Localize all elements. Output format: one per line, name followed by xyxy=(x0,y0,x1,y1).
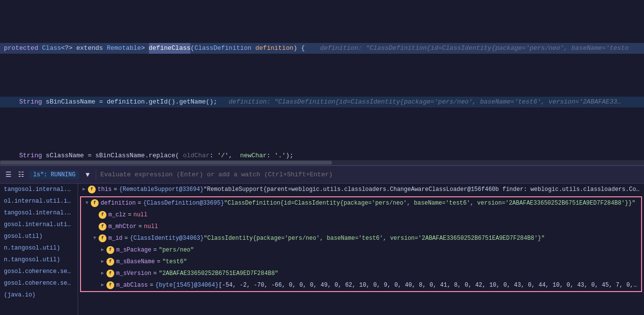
code-text: sClassName = sBinClassName.replace( xyxy=(42,150,183,161)
stack-panel: tangosol.internal.util.invo ol.internal.… xyxy=(0,184,78,315)
var-equals-mabclass: = xyxy=(150,280,153,290)
type-remotable: Remotable xyxy=(107,43,141,54)
var-icon-mmhctor: f xyxy=(99,223,106,231)
debugger-panel: ☰ ☷ ls": RUNNING ▼ tangosol.internal.uti… xyxy=(0,166,644,315)
code-line-1: protected Class <?> extends Remotable > … xyxy=(0,43,644,54)
var-row-mclz[interactable]: f m_clz = null xyxy=(81,209,641,221)
var-value-mid: "ClassIdentity{package='pers/neo', baseN… xyxy=(204,233,545,243)
expand-this[interactable]: ▶ xyxy=(80,186,88,193)
stack-item-3[interactable]: gosol.internal.util.in xyxy=(0,219,78,231)
code-text xyxy=(251,43,255,54)
var-row-this[interactable]: ▶ f this = {RemotableSupport@33694} "Rem… xyxy=(78,184,644,195)
var-equals-mspackage: = xyxy=(153,245,157,255)
var-value-mspackage: "pers/neo" xyxy=(159,245,194,255)
param-definition: definition xyxy=(255,43,293,54)
param-oldchar: oldChar xyxy=(183,150,210,161)
var-equals-mmhctor: = xyxy=(139,222,142,231)
expand-mspackage[interactable]: ▶ xyxy=(99,246,106,254)
code-text: sBinClassName = definition.getId().getNa… xyxy=(42,97,217,107)
var-name-msbasename: m_sBaseName xyxy=(116,257,155,267)
filter-icon[interactable]: ▼ xyxy=(83,170,92,179)
keyword-protected: protected xyxy=(4,43,38,54)
code-indent xyxy=(4,150,19,161)
toolbar-separator xyxy=(96,170,96,180)
stack-item-4[interactable]: gosol.util) xyxy=(0,231,78,242)
expand-mid[interactable]: ▼ xyxy=(91,234,99,242)
eval-input[interactable] xyxy=(100,171,640,178)
stack-item-5[interactable]: n.tangosol.util) xyxy=(0,242,78,254)
code-editor: protected Class <?> extends Remotable > … xyxy=(0,0,644,166)
stack-item-1[interactable]: ol.internal.util.invoke) xyxy=(0,195,78,207)
var-name-definition: definition xyxy=(101,198,136,208)
var-row-mspackage[interactable]: ▶ f m_sPackage = "pers/neo" xyxy=(81,244,641,256)
horizontal-scrollbar[interactable] xyxy=(0,160,644,165)
var-icon-msbasename: f xyxy=(106,258,114,266)
var-icon-msversion: f xyxy=(106,270,114,277)
keyword-string-2: String xyxy=(19,150,42,161)
stack-item-7[interactable]: gosol.coherence.servle xyxy=(0,266,78,277)
code-text: <?> extends xyxy=(61,43,107,54)
running-badge: ls": RUNNING xyxy=(29,170,79,179)
stack-item-0[interactable]: tangosol.internal.util.invo xyxy=(0,184,78,195)
var-row-msversion[interactable]: ▶ f m_sVersion = "2ABAFAE33650252B6751EA… xyxy=(81,268,641,279)
code-text xyxy=(38,43,42,54)
expand-msbasename[interactable]: ▶ xyxy=(99,258,106,266)
stack-item-6[interactable]: n.tangosol.util) xyxy=(0,254,78,266)
var-icon-mid: f xyxy=(99,234,106,242)
var-equals-msversion: = xyxy=(153,269,157,278)
keyword-string-1: String xyxy=(19,97,42,107)
code-text: > xyxy=(141,43,149,54)
expand-mclz xyxy=(91,211,99,219)
var-value-mabclass: [-54, -2, -70, -66, 0, 0, 0, 49, 0, 62, … xyxy=(219,280,639,290)
var-value-this: "RemotableSupport{parent=weblogic.utils.… xyxy=(204,185,642,194)
var-name-mid: m_id xyxy=(108,233,123,243)
expand-msversion[interactable]: ▶ xyxy=(99,270,106,277)
code-text: ); xyxy=(286,150,293,161)
var-name-this: this xyxy=(98,185,112,194)
var-row-mabclass[interactable]: ▶ f m_abClass = {byte[1545]@34064} [-54,… xyxy=(81,279,641,291)
var-name-mmhctor: m_mhCtor xyxy=(108,222,137,231)
var-icon-this: f xyxy=(88,186,96,193)
var-name-mspackage: m_sPackage xyxy=(116,245,151,255)
var-name-mabclass: m_abClass xyxy=(116,280,148,290)
var-row-msbasename[interactable]: ▶ f m_sBaseName = "test6" xyxy=(81,256,641,268)
columns-icon[interactable]: ☷ xyxy=(17,170,25,179)
var-value-mmhctor: null xyxy=(144,222,158,231)
frames-icon[interactable]: ☰ xyxy=(4,170,13,179)
stack-item-9[interactable]: (java.io) xyxy=(0,289,78,301)
variables-panel: ▶ f this = {RemotableSupport@33694} "Rem… xyxy=(78,184,644,315)
var-row-mid[interactable]: ▼ f m_id = {ClassIdentity@34063} "ClassI… xyxy=(81,232,641,244)
code-text: : xyxy=(209,150,217,161)
var-ref-mid: {ClassIdentity@34063} xyxy=(130,233,204,243)
expand-definition[interactable]: ▼ xyxy=(83,199,91,207)
var-row-mmhctor[interactable]: f m_mhCtor = null xyxy=(81,221,641,232)
code-line-2: String sBinClassName = definition.getId(… xyxy=(0,97,644,107)
string-slash: '/' xyxy=(217,150,229,161)
inline-hint-1: definition: "ClassDefinition{id=ClassIde… xyxy=(305,43,628,54)
code-text: ) { xyxy=(293,43,305,54)
selected-method: defineClass xyxy=(149,43,191,54)
var-row-definition[interactable]: ▼ f definition = {ClassDefinition@33695}… xyxy=(81,197,641,209)
var-equals-this: = xyxy=(114,185,117,194)
expand-mabclass[interactable]: ▶ xyxy=(99,281,106,289)
stack-item-2[interactable]: tangosol.internal.util.in xyxy=(0,207,78,219)
scrollbar-thumb[interactable] xyxy=(0,161,332,165)
string-dot: '.' xyxy=(274,150,286,161)
var-ref-this: {RemotableSupport@33694} xyxy=(119,185,204,194)
var-equals-msbasename: = xyxy=(157,257,160,267)
var-icon-mabclass: f xyxy=(106,281,114,289)
code-line-3: String sClassName = sBinClassName.replac… xyxy=(0,150,644,161)
var-value-msversion: "2ABAFAE33650252B6751EA9ED7F284B8" xyxy=(159,269,278,278)
var-ref-definition: {ClassDefinition@33695} xyxy=(143,198,224,208)
code-text: ( xyxy=(190,43,194,54)
code-text: : xyxy=(267,150,274,161)
var-icon-mclz: f xyxy=(99,211,106,219)
stack-item-8[interactable]: gosol.coherence.servle xyxy=(0,277,78,289)
code-content: protected Class <?> extends Remotable > … xyxy=(0,0,644,166)
var-ref-mabclass: {byte[1545]@34064} xyxy=(155,280,219,290)
code-text: , xyxy=(229,150,240,161)
var-value-mclz: null xyxy=(133,210,147,220)
expand-mmhctor xyxy=(91,223,99,231)
var-name-msversion: m_sVersion xyxy=(116,269,151,278)
code-indent xyxy=(4,97,19,107)
